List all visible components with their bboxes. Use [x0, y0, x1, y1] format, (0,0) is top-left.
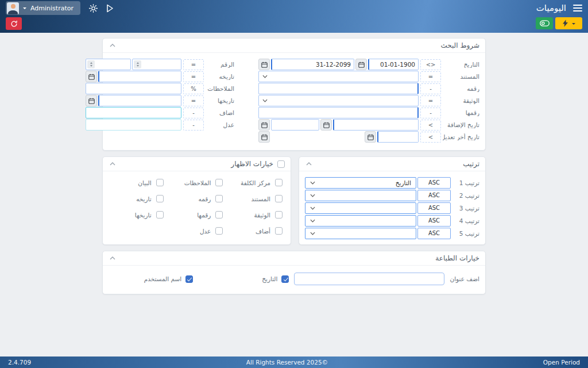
- chevron-down-icon: [310, 206, 315, 210]
- quick-actions-split-button[interactable]: [555, 17, 582, 29]
- date-modified-to-calendar-button[interactable]: [258, 131, 270, 143]
- display-option-label: تاريخه: [136, 195, 152, 202]
- doc-date-calendar-button[interactable]: [86, 71, 97, 82]
- chevron-up-icon: [306, 162, 312, 166]
- added-by-input[interactable]: [86, 107, 181, 118]
- sort-direction-box[interactable]: ASC: [417, 190, 451, 201]
- spinner-arrows-icon[interactable]: [134, 60, 141, 68]
- gear-icon: [88, 3, 98, 13]
- display-option-checkbox[interactable]: [156, 195, 164, 202]
- field-doc-date-row: تاريخه =: [86, 71, 234, 82]
- sort-direction-box[interactable]: ASC: [417, 177, 451, 189]
- date-modified-operator-box[interactable]: >: [420, 132, 441, 143]
- date-from-input[interactable]: [368, 59, 419, 70]
- display-option-checkbox[interactable]: [275, 227, 283, 235]
- voucher-date-input[interactable]: [98, 95, 181, 106]
- document-operator-box[interactable]: =: [420, 71, 441, 82]
- display-option-label: رقمها: [197, 212, 211, 218]
- sort-direction-box[interactable]: ASC: [417, 228, 451, 239]
- date-added-from-input[interactable]: [333, 119, 419, 131]
- print-title-input[interactable]: [294, 273, 444, 285]
- print-collapse-button[interactable]: [109, 255, 117, 261]
- search-collapse-button[interactable]: [109, 43, 117, 48]
- chevron-down-icon: [262, 75, 268, 78]
- number-from-stepper[interactable]: [132, 59, 181, 70]
- display-option-checkbox[interactable]: [275, 179, 283, 186]
- date-added-operator-box[interactable]: >: [420, 120, 441, 131]
- print-panel-title: خيارات الطباعة: [435, 254, 479, 262]
- print-date-checkbox[interactable]: [281, 275, 289, 283]
- page-title: اليوميات: [536, 3, 566, 13]
- link-toggle-button[interactable]: [536, 17, 553, 29]
- display-option-checkbox[interactable]: [215, 211, 223, 218]
- field-date-row: التاريخ <>: [258, 59, 479, 70]
- print-date-option: التاريخ: [262, 275, 289, 283]
- date-operator-box[interactable]: <>: [420, 59, 441, 70]
- navbar-row: اليوميات Administrator: [0, 0, 588, 16]
- notes-operator-box[interactable]: %: [183, 83, 204, 94]
- added-by-operator-box[interactable]: -: [183, 108, 204, 118]
- doc-date-input[interactable]: [98, 71, 181, 82]
- settings-button[interactable]: [88, 3, 98, 13]
- number-to-stepper[interactable]: [86, 59, 131, 70]
- voucher-number-operator-box[interactable]: -: [420, 108, 441, 118]
- sort-direction-box[interactable]: ASC: [417, 215, 451, 227]
- top-navbar: اليوميات Administrator: [0, 0, 588, 33]
- sort-field-select[interactable]: [305, 190, 416, 201]
- doc-number-operator-box[interactable]: -: [420, 83, 441, 94]
- caret-down-icon: [572, 23, 575, 26]
- display-option-checkbox[interactable]: [156, 211, 164, 218]
- date-added-from-calendar-button[interactable]: [320, 119, 332, 131]
- voucher-select[interactable]: [258, 95, 419, 106]
- document-select[interactable]: [258, 71, 419, 82]
- sort-direction-box[interactable]: ASC: [417, 202, 451, 214]
- doc-date-operator-box[interactable]: =: [183, 71, 204, 82]
- refresh-button[interactable]: [6, 17, 22, 30]
- sort-field-select[interactable]: [305, 215, 416, 227]
- hamburger-menu-icon[interactable]: [573, 5, 582, 12]
- display-option-modified-by: عدل: [167, 227, 227, 235]
- display-option-checkbox[interactable]: [275, 195, 283, 202]
- sort-field-select[interactable]: التاريخ: [305, 177, 416, 189]
- run-button[interactable]: [106, 4, 114, 13]
- period-status: Open Period: [543, 359, 580, 366]
- modified-by-operator-box[interactable]: -: [183, 120, 204, 131]
- chevron-up-icon: [110, 44, 115, 47]
- field-doc-date-label: تاريخه: [206, 73, 234, 80]
- display-option-notes: الملاحظات: [167, 179, 227, 186]
- toolbar-row: [0, 16, 588, 33]
- display-option-voucher: الوثيقة: [226, 211, 286, 218]
- print-username-checkbox[interactable]: [185, 275, 193, 283]
- calendar-icon: [261, 134, 268, 140]
- display-select-all-checkbox[interactable]: [277, 160, 285, 168]
- brand-area: اليوميات: [536, 3, 582, 13]
- sort-field-select[interactable]: [305, 202, 416, 214]
- display-option-checkbox[interactable]: [215, 227, 223, 235]
- sort-collapse-button[interactable]: [305, 161, 313, 167]
- modified-by-input[interactable]: [86, 119, 181, 131]
- display-option-checkbox[interactable]: [215, 195, 223, 202]
- sort-row-label: ترتيب 5: [452, 230, 479, 237]
- voucher-operator-box[interactable]: =: [420, 95, 441, 106]
- display-option-checkbox[interactable]: [215, 179, 223, 186]
- sort-field-select[interactable]: [305, 228, 416, 239]
- date-from-calendar-button[interactable]: [355, 59, 367, 70]
- number-operator-box[interactable]: =: [183, 59, 204, 70]
- display-collapse-button[interactable]: [109, 161, 117, 167]
- display-option-checkbox[interactable]: [275, 211, 283, 218]
- doc-number-input[interactable]: [258, 83, 419, 94]
- date-added-to-calendar-button[interactable]: [258, 119, 270, 131]
- notes-input[interactable]: [86, 83, 181, 94]
- date-modified-from-input[interactable]: [377, 131, 419, 143]
- date-to-input[interactable]: [271, 59, 354, 70]
- date-to-calendar-button[interactable]: [258, 59, 270, 70]
- voucher-number-input[interactable]: [258, 107, 419, 118]
- date-added-to-input[interactable]: [271, 119, 319, 131]
- display-option-checkbox[interactable]: [156, 179, 164, 186]
- date-modified-from-calendar-button[interactable]: [365, 131, 376, 143]
- voucher-date-calendar-button[interactable]: [86, 95, 97, 106]
- spinner-arrows-icon[interactable]: [87, 60, 95, 68]
- user-menu-button[interactable]: Administrator: [6, 1, 80, 15]
- print-panel-body: اضف عنوان التاريخ اسم المستخدم: [103, 266, 485, 294]
- voucher-date-operator-box[interactable]: =: [183, 95, 204, 106]
